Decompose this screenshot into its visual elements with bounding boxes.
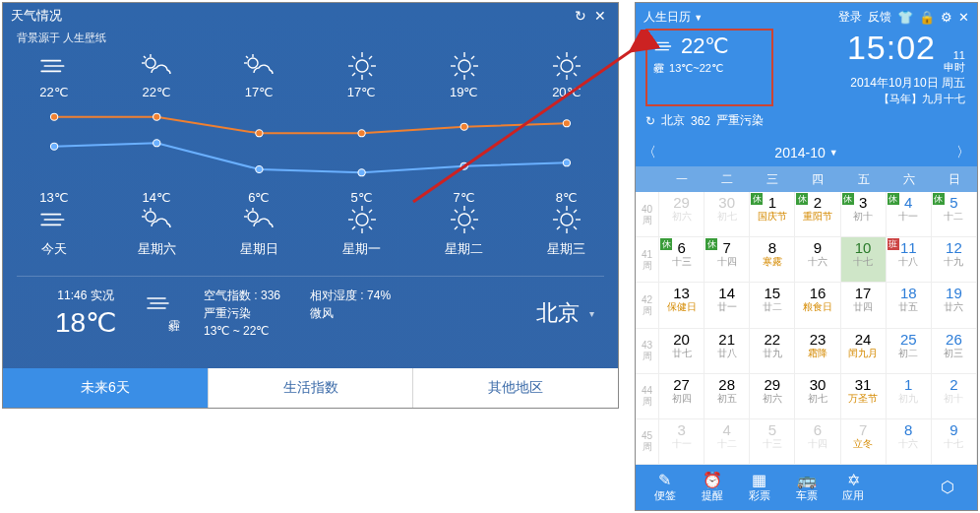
month-dropdown-icon[interactable]: ▼ [829,148,838,158]
calendar-grid: 40周29初六30初七休1国庆节休2重阳节休3初十休4十一休5十二 41周休6十… [636,192,977,465]
haze-icon [8,205,101,234]
calendar-cell[interactable]: 9十七 [932,419,977,465]
calendar-cell[interactable]: 15廿二 [750,283,795,328]
calendar-cell[interactable]: 13保健日 [659,283,704,328]
calendar-cell[interactable]: 31万圣节 [841,374,887,419]
week-number: 40周 [636,192,659,237]
forecast-day: 星期六 [110,234,204,258]
weather-summary-box[interactable]: 22℃ 霾 13℃~22℃ [645,29,773,106]
calendar-cell[interactable]: 29初六 [659,192,704,237]
prev-month-button[interactable]: 〈 [636,139,663,166]
calendar-cell[interactable]: 17廿四 [841,283,887,328]
weather-panel: 天气情况 ↻ ✕ 背景源于 人生壁纸 22℃ 22℃ 17℃ 17℃ 19℃ 2… [2,2,619,409]
sun-icon [315,51,408,81]
current-condition: 霾 [145,318,204,335]
toolbar-提醒[interactable]: ⏰提醒 [689,473,736,503]
calendar-cell[interactable]: 3十一 [659,419,704,465]
calendar-cell[interactable]: 30初七 [704,192,750,237]
dow-cell: 一 [659,171,704,188]
toolbar-应用[interactable]: ✡应用 [829,473,877,503]
svg-line-15 [369,56,372,59]
calendar-cell[interactable]: 休6十三 [659,237,704,283]
current-status: 11:46 实况 18℃ 霾 空气指数 : 336 严重污染 13℃ ~ 22℃… [17,276,604,353]
aqi-level: 严重污染 [204,304,280,322]
calendar-cell[interactable]: 2初十 [932,374,977,419]
calendar-cell[interactable]: 30初七 [795,374,840,419]
calendar-cell[interactable]: 8十六 [887,419,932,465]
next-month-button[interactable]: 〉 [949,139,977,166]
svg-point-8 [356,60,368,72]
calendar-cell[interactable]: 5十三 [750,419,795,465]
calendar-cell[interactable]: 休2重阳节 [795,192,840,237]
calendar-cell[interactable]: 1初九 [887,374,932,419]
calendar-cell[interactable]: 26初三 [932,329,977,374]
forecast-day: 20℃ [520,51,613,99]
calendar-cell[interactable]: 24闰九月 [841,329,887,374]
weather-tabs: 未来6天生活指数其他地区 [3,368,618,408]
calendar-cell[interactable]: 18廿五 [887,283,932,328]
calendar-cell[interactable]: 19廿六 [932,283,977,328]
day-of-week-header: 一二三四五六日 [636,166,977,192]
svg-point-4 [248,58,258,68]
forecast-day: 22℃ [8,51,101,99]
calendar-cell[interactable]: 4十二 [704,419,750,465]
rest-badge: 休 [660,238,672,250]
calendar-cell[interactable]: 16粮食日 [795,283,840,328]
calendar-cell[interactable]: 27初四 [659,374,704,419]
svg-point-39 [460,123,467,130]
refresh-icon[interactable]: ↻ [571,8,590,24]
dropbox-icon[interactable]: ⬡ [924,480,971,495]
dow-cell: 六 [887,171,932,188]
calendar-cell[interactable]: 29初六 [750,374,795,419]
month-label[interactable]: 2014-10 [774,145,825,160]
current-condition-block: 霾 [145,292,204,335]
calendar-cell[interactable]: 6十四 [795,419,840,465]
sun-icon [520,51,613,81]
settings-icon[interactable]: ⚙ [941,10,952,25]
feedback-link[interactable]: 反馈 [868,9,891,26]
calendar-cell[interactable]: 休5十二 [932,192,977,237]
calendar-cell[interactable]: 休7十四 [704,237,750,283]
app-close-icon[interactable]: ✕ [958,10,969,25]
toolbar-icon: ✎ [642,473,689,488]
calendar-cell[interactable]: 28初五 [704,374,750,419]
calendar-cell[interactable]: 9十六 [795,237,840,283]
calendar-week: 44周27初四28初五29初六30初七31万圣节1初九2初十 [636,374,977,419]
sun-icon [417,51,511,81]
weather-tab[interactable]: 未来6天 [3,368,209,408]
city-aqi-line[interactable]: ↻ 北京 362 严重污染 [645,112,967,129]
summary-temp: 22℃ [681,33,729,59]
shirt-icon[interactable]: 👕 [897,10,913,25]
calendar-week: 41周休6十三休7十四8寒露9十六10十七班11十八12十九 [636,237,977,283]
city-dropdown-icon[interactable]: ▾ [589,308,594,319]
clock-time: 15:02 [847,29,936,67]
calendar-cell[interactable]: 23霜降 [795,329,840,374]
sun-icon [520,205,613,234]
calendar-cell[interactable]: 7立冬 [841,419,887,465]
close-icon[interactable]: ✕ [590,8,610,24]
toolbar-便签[interactable]: ✎便签 [642,473,689,503]
calendar-cell[interactable]: 14廿一 [704,283,750,328]
refresh-icon[interactable]: ↻ [645,114,655,128]
calendar-cell[interactable]: 8寒露 [750,237,795,283]
weather-tab[interactable]: 其他地区 [413,368,618,408]
svg-line-23 [471,73,474,76]
lock-icon[interactable]: 🔒 [919,10,935,25]
weather-tab[interactable]: 生活指数 [209,368,414,408]
calendar-cell[interactable]: 休1国庆节 [750,192,795,237]
title-dropdown-icon[interactable]: ▼ [694,13,703,23]
calendar-cell[interactable]: 22廿九 [750,329,795,374]
calendar-cell[interactable]: 10十七 [841,237,887,283]
calendar-cell[interactable]: 25初二 [887,329,932,374]
forecast-lo-row: 13℃ 14℃ 6℃ 5℃ 7℃ 8℃ [3,186,618,234]
toolbar-彩票[interactable]: ▦彩票 [736,473,783,503]
calendar-cell[interactable]: 21廿八 [704,329,750,374]
calendar-cell[interactable]: 20廿七 [659,329,704,374]
calendar-cell[interactable]: 休3初十 [841,192,887,237]
calendar-cell[interactable]: 12十九 [932,237,977,283]
calendar-cell[interactable]: 班11十八 [887,237,932,283]
toolbar-车票[interactable]: 🚌车票 [783,473,830,503]
city-name[interactable]: 北京 [536,298,580,328]
calendar-cell[interactable]: 休4十一 [887,192,932,237]
login-link[interactable]: 登录 [838,9,862,26]
